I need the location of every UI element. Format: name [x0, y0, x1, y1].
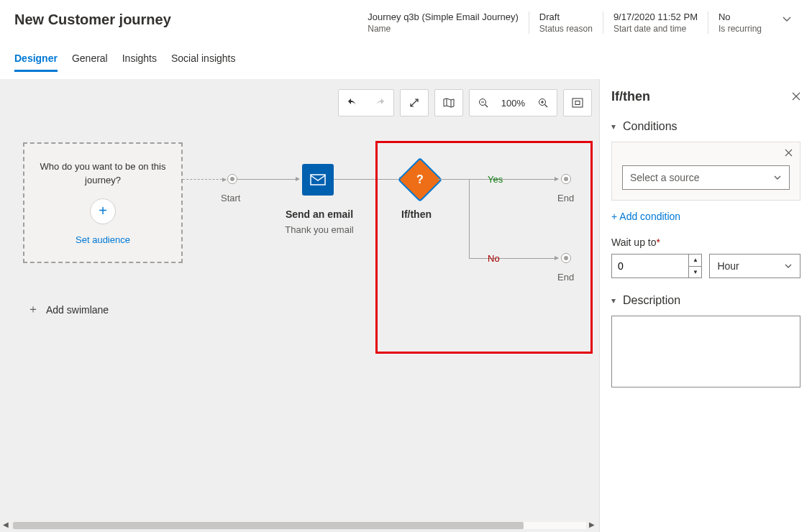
fit-screen-icon	[572, 98, 583, 108]
page-header: New Customer journey Journey q3b (Simple…	[0, 0, 812, 41]
end-node-yes[interactable]	[561, 174, 571, 184]
chevron-down-icon: ▾	[611, 121, 616, 132]
minimap-button[interactable]	[435, 90, 462, 116]
add-swimlane-label: Add swimlane	[46, 304, 109, 316]
svg-rect-2	[572, 98, 583, 107]
header-summary-fields: Journey q3b (Simple Email Journey) Name …	[357, 12, 772, 34]
tab-social-insights[interactable]: Social insights	[171, 48, 236, 72]
redo-icon	[374, 97, 386, 109]
header-field-startdate-value: 9/17/2020 11:52 PM	[613, 12, 698, 22]
wait-up-to-text: Wait up to	[611, 237, 657, 248]
tab-insights[interactable]: Insights	[122, 48, 157, 72]
header-field-startdate-label: Start date and time	[613, 24, 698, 34]
wait-value-spinner[interactable]: ▲ ▼	[611, 254, 702, 278]
panel-title: If/then	[611, 89, 650, 104]
redo-button[interactable]	[366, 90, 393, 116]
svg-rect-4	[311, 175, 325, 185]
fullscreen-button[interactable]	[401, 90, 428, 116]
caret-down-icon: ▼	[693, 269, 698, 275]
start-node-label: Start	[221, 193, 240, 203]
send-email-tile[interactable]	[302, 164, 334, 196]
set-audience-link[interactable]: Set audience	[76, 234, 130, 245]
chevron-down-icon	[784, 262, 793, 270]
header-field-status-label: Status reason	[539, 24, 593, 34]
wait-unit-dropdown[interactable]: Hour	[709, 254, 800, 278]
header-field-status-value: Draft	[539, 12, 593, 22]
end-node-no[interactable]	[561, 253, 571, 263]
header-field-name-value: Journey q3b (Simple Email Journey)	[368, 12, 519, 22]
connector-ifthen-no-vertical	[469, 180, 470, 258]
remove-condition-button[interactable]	[785, 148, 793, 159]
close-icon	[785, 149, 793, 157]
audience-placeholder-tile[interactable]: Who do you want to be on this journey? +…	[23, 142, 183, 263]
journey-canvas[interactable]: Who do you want to be on this journey? +…	[0, 79, 599, 532]
connector-email-ifthen	[334, 179, 403, 180]
description-textarea[interactable]	[611, 316, 800, 387]
chevron-down-icon	[782, 14, 792, 24]
ifthen-tile[interactable]: ?	[398, 157, 442, 202]
send-email-title: Send an email	[283, 208, 355, 220]
scroll-left-button[interactable]: ◀	[3, 520, 10, 528]
header-field-recurring-label: Is recurring	[719, 24, 762, 34]
condition-card: Select a source	[611, 142, 800, 201]
undo-button[interactable]	[339, 90, 366, 116]
undo-icon	[347, 97, 358, 109]
zoom-in-icon	[538, 98, 548, 108]
add-swimlane-button[interactable]: ＋ Add swimlane	[27, 302, 109, 317]
properties-panel: If/then ▾ Conditions Select a source + A…	[599, 79, 812, 532]
branch-yes-label: Yes	[488, 174, 503, 185]
description-section-title: Description	[623, 294, 680, 307]
zoom-in-button[interactable]	[529, 90, 557, 116]
required-indicator: *	[657, 237, 660, 248]
header-field-recurring[interactable]: No Is recurring	[708, 12, 772, 34]
ifthen-tile-label: If/then	[401, 208, 432, 220]
designer-canvas[interactable]: 100% Who do you want to be on this journ…	[0, 79, 599, 532]
header-field-startdate[interactable]: 9/17/2020 11:52 PM Start date and time	[603, 12, 708, 34]
header-field-name-label: Name	[368, 24, 519, 34]
page-title: New Customer journey	[14, 12, 357, 28]
description-section-header[interactable]: ▾ Description	[611, 294, 800, 307]
zoom-out-button[interactable]	[470, 90, 497, 116]
email-icon	[310, 174, 326, 185]
plus-icon: ＋	[27, 302, 39, 317]
panel-close-button[interactable]	[792, 91, 800, 103]
conditions-section-title: Conditions	[623, 120, 678, 133]
conditions-section-header[interactable]: ▾ Conditions	[611, 120, 800, 133]
end-node-no-label: End	[557, 272, 574, 283]
header-field-name[interactable]: Journey q3b (Simple Email Journey) Name	[357, 12, 529, 34]
scroll-thumb[interactable]	[13, 522, 524, 529]
select-source-placeholder: Select a source	[630, 172, 700, 183]
canvas-toolbar: 100%	[338, 89, 592, 116]
zoom-out-icon	[478, 98, 488, 108]
tab-general[interactable]: General	[72, 48, 108, 72]
add-condition-link[interactable]: + Add condition	[611, 211, 800, 222]
end-node-yes-label: End	[557, 193, 574, 203]
plus-icon: +	[99, 203, 107, 219]
question-icon: ?	[416, 173, 424, 185]
tab-designer[interactable]: Designer	[14, 48, 58, 72]
select-source-dropdown[interactable]: Select a source	[622, 165, 790, 190]
connector-ifthen-no-horizontal	[469, 258, 558, 259]
horizontal-scrollbar[interactable]: ◀ ▶	[3, 519, 596, 531]
wait-up-to-label: Wait up to*	[611, 237, 800, 248]
fit-to-screen-button[interactable]	[564, 90, 591, 116]
svg-rect-3	[575, 101, 580, 105]
header-field-status[interactable]: Draft Status reason	[529, 12, 603, 34]
connector-audience-start	[183, 179, 226, 180]
wait-step-down-button[interactable]: ▼	[689, 267, 701, 278]
connector-start-email	[237, 179, 299, 180]
header-field-recurring-value: No	[719, 12, 762, 22]
tab-bar: Designer General Insights Social insight…	[0, 41, 812, 72]
header-expand-button[interactable]	[772, 12, 798, 27]
wait-step-up-button[interactable]: ▲	[689, 254, 701, 267]
map-icon	[443, 98, 455, 108]
start-node[interactable]	[227, 174, 237, 184]
caret-up-icon: ▲	[693, 257, 698, 263]
add-audience-button[interactable]: +	[90, 198, 116, 224]
chevron-down-icon	[773, 173, 782, 182]
wait-unit-value: Hour	[717, 260, 739, 272]
send-email-subtitle: Thank you email	[280, 224, 359, 235]
audience-prompt-text: Who do you want to be on this journey?	[33, 160, 173, 186]
scroll-right-button[interactable]: ▶	[589, 520, 596, 528]
zoom-level-label: 100%	[497, 98, 529, 109]
